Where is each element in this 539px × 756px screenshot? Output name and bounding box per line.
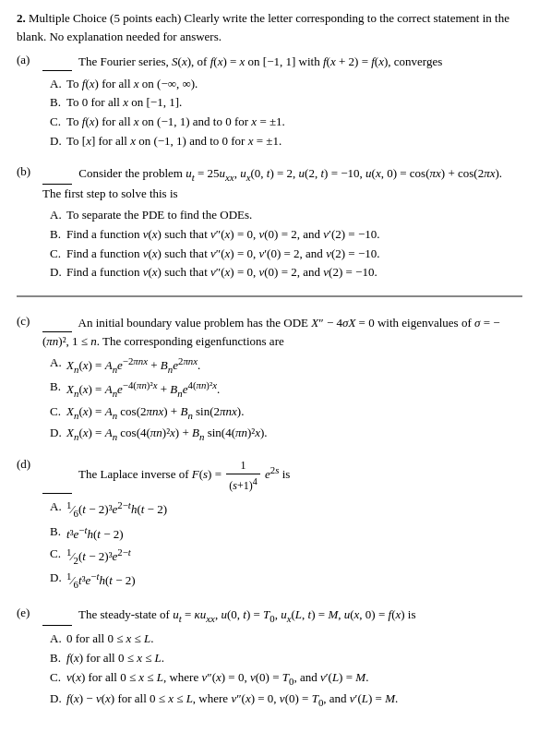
choice-c-b: B. Xn(x) = Ane−4(πn)²x + Bne4(πn)²x. bbox=[50, 378, 522, 402]
part-d-blank bbox=[42, 493, 72, 494]
choice-b-c: C. Find a function v(x) such that v″(x) … bbox=[50, 245, 522, 264]
part-a-blank bbox=[42, 70, 72, 71]
problem-header: 2. Multiple Choice (5 points each) Clear… bbox=[17, 9, 522, 45]
part-b-blank bbox=[42, 184, 72, 185]
part-a: (a) The Fourier series, S(x), of f(x) = … bbox=[17, 53, 522, 151]
part-a-question: The Fourier series, S(x), of f(x) = x on… bbox=[42, 53, 522, 71]
part-c-label: (c) bbox=[17, 314, 42, 329]
choice-d-a: A. 1⁄6(t − 2)³e2−th(t − 2) bbox=[50, 498, 522, 522]
choice-c-c: C. Xn(x) = An cos(2πnx) + Bn sin(2πnx). bbox=[50, 402, 522, 424]
part-e-choices: A. 0 for all 0 ≤ x ≤ L. B. f(x) for all … bbox=[50, 630, 522, 710]
part-c: (c) An initial boundary value problem ha… bbox=[17, 314, 522, 444]
choice-e-b: B. f(x) for all 0 ≤ x ≤ L. bbox=[50, 649, 522, 668]
part-e-question: The steady-state of ut = κuxx, u(0, t) =… bbox=[42, 606, 522, 626]
choice-e-a: A. 0 for all 0 ≤ x ≤ L. bbox=[50, 630, 522, 649]
choice-b-b: B. Find a function v(x) such that v″(x) … bbox=[50, 225, 522, 245]
choice-a-c: C. To f(x) for all x on (−1, 1) and to 0… bbox=[50, 113, 522, 132]
part-a-choices: A. To f(x) for all x on (−∞, ∞). B. To 0… bbox=[50, 75, 522, 151]
choice-e-d: D. f(x) − v(x) for all 0 ≤ x ≤ L, where … bbox=[50, 690, 522, 711]
part-b-body: Consider the problem ut = 25uxx, ux(0, t… bbox=[42, 164, 522, 283]
part-d-choices: A. 1⁄6(t − 2)³e2−th(t − 2) B. t³e−th(t −… bbox=[50, 498, 522, 593]
part-a-label: (a) bbox=[17, 53, 42, 67]
choice-b-d: D. Find a function v(x) such that v″(x) … bbox=[50, 263, 522, 282]
part-e-body: The steady-state of ut = κuxx, u(0, t) =… bbox=[42, 606, 522, 710]
part-c-question: An initial boundary value problem has th… bbox=[42, 314, 522, 350]
part-b-choices: A. To separate the PDE to find the ODEs.… bbox=[50, 206, 522, 282]
part-b-question: Consider the problem ut = 25uxx, ux(0, t… bbox=[42, 164, 522, 202]
part-e: (e) The steady-state of ut = κuxx, u(0, … bbox=[17, 606, 522, 710]
choice-d-b: B. t³e−th(t − 2) bbox=[50, 522, 522, 545]
part-e-label: (e) bbox=[17, 606, 42, 620]
part-d-body: The Laplace inverse of F(s) = 1 (s+1)4 e… bbox=[42, 457, 522, 593]
choice-c-a: A. Xn(x) = Ane−2πnx + Bne2πnx. bbox=[50, 354, 522, 378]
part-c-choices: A. Xn(x) = Ane−2πnx + Bne2πnx. B. Xn(x) … bbox=[50, 354, 522, 444]
choice-d-d: D. 1⁄6t³e−th(t − 2) bbox=[50, 569, 522, 593]
section-divider bbox=[17, 295, 522, 297]
choice-b-a: A. To separate the PDE to find the ODEs. bbox=[50, 206, 522, 225]
part-c-blank bbox=[42, 331, 72, 332]
part-d: (d) The Laplace inverse of F(s) = 1 (s+1… bbox=[17, 457, 522, 593]
part-d-question: The Laplace inverse of F(s) = 1 (s+1)4 e… bbox=[42, 457, 522, 494]
part-b: (b) Consider the problem ut = 25uxx, ux(… bbox=[17, 164, 522, 283]
choice-c-d: D. Xn(x) = An cos(4(πn)²x) + Bn sin(4(πn… bbox=[50, 424, 522, 445]
part-e-blank bbox=[42, 625, 72, 626]
part-b-label: (b) bbox=[17, 164, 42, 179]
choice-a-a: A. To f(x) for all x on (−∞, ∞). bbox=[50, 75, 522, 94]
part-d-label: (d) bbox=[17, 457, 42, 472]
choice-a-b: B. To 0 for all x on [−1, 1]. bbox=[50, 93, 522, 113]
choice-d-c: C. 1⁄2(t − 2)³e2−t bbox=[50, 545, 522, 569]
part-a-body: The Fourier series, S(x), of f(x) = x on… bbox=[42, 53, 522, 151]
part-c-body: An initial boundary value problem has th… bbox=[42, 314, 522, 444]
choice-e-c: C. v(x) for all 0 ≤ x ≤ L, where v″(x) =… bbox=[50, 668, 522, 690]
choice-a-d: D. To [x] for all x on (−1, 1) and to 0 … bbox=[50, 132, 522, 151]
